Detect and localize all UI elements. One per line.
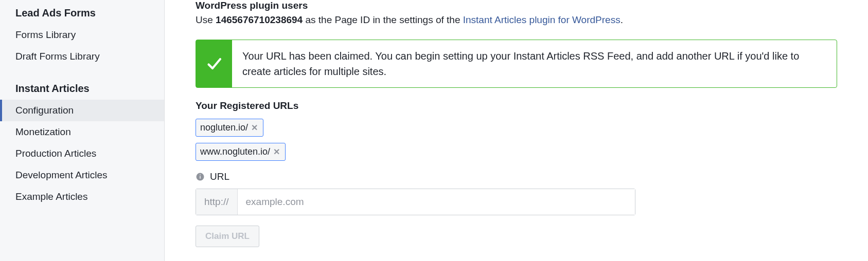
info-icon (196, 172, 205, 181)
wp-text-suffix: . (621, 14, 623, 25)
success-notification: Your URL has been claimed. You can begin… (196, 40, 837, 88)
close-icon[interactable]: ✕ (250, 123, 259, 133)
registered-url-chip: nogluten.io/ ✕ (196, 119, 263, 137)
url-protocol-prefix: http:// (196, 189, 238, 215)
wp-page-id: 1465676710238694 (216, 14, 303, 25)
url-input[interactable] (238, 189, 635, 215)
sidebar-item-monetization[interactable]: Monetization (0, 121, 164, 143)
registered-url-text: www.nogluten.io/ (200, 146, 270, 157)
sidebar-item-development-articles[interactable]: Development Articles (0, 164, 164, 186)
url-input-group: http:// (196, 189, 635, 215)
wp-text-middle: as the Page ID in the settings of the (303, 14, 463, 25)
sidebar-section-lead-ads: Lead Ads Forms (0, 2, 164, 24)
wordpress-plugin-text: Use 1465676710238694 as the Page ID in t… (196, 13, 837, 27)
wp-plugin-link[interactable]: Instant Articles plugin for WordPress (463, 14, 621, 25)
registered-url-text: nogluten.io/ (200, 122, 248, 133)
svg-rect-1 (200, 176, 201, 178)
url-label: URL (210, 171, 229, 182)
main-content: WordPress plugin users Use 1465676710238… (165, 0, 868, 261)
sidebar-item-configuration[interactable]: Configuration (0, 100, 164, 121)
sidebar: Lead Ads Forms Forms Library Draft Forms… (0, 0, 165, 261)
sidebar-section-instant-articles: Instant Articles (0, 78, 164, 100)
wp-text-prefix: Use (196, 14, 216, 25)
checkmark-icon (196, 40, 232, 87)
sidebar-item-draft-forms-library[interactable]: Draft Forms Library (0, 46, 164, 67)
sidebar-item-production-articles[interactable]: Production Articles (0, 143, 164, 164)
registered-url-chip: www.nogluten.io/ ✕ (196, 143, 286, 161)
sidebar-item-forms-library[interactable]: Forms Library (0, 24, 164, 46)
success-message: Your URL has been claimed. You can begin… (232, 40, 837, 87)
wordpress-plugin-heading: WordPress plugin users (196, 0, 837, 11)
registered-urls-heading: Your Registered URLs (196, 100, 837, 111)
svg-rect-2 (200, 174, 201, 175)
sidebar-item-example-articles[interactable]: Example Articles (0, 186, 164, 208)
claim-url-button[interactable]: Claim URL (196, 226, 259, 247)
close-icon[interactable]: ✕ (272, 147, 281, 157)
